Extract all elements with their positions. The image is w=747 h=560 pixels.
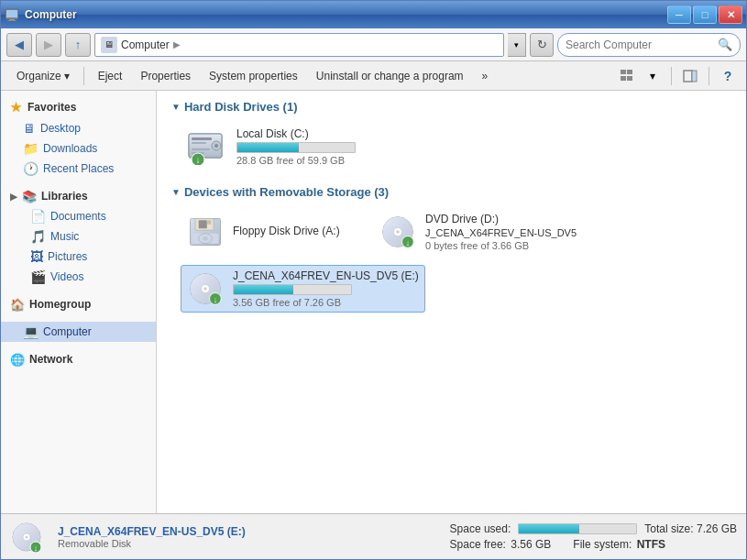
- refresh-button[interactable]: ↻: [530, 33, 554, 57]
- drive-e-bar-fill: [234, 285, 293, 294]
- status-progress-fill: [519, 524, 578, 533]
- path-arrow: ▶: [173, 39, 181, 49]
- svg-rect-14: [192, 137, 212, 140]
- sidebar-item-computer[interactable]: 💻 Computer: [1, 322, 156, 342]
- sidebar-item-downloads[interactable]: 📁 Downloads: [1, 138, 156, 159]
- downloads-icon: 📁: [23, 141, 38, 156]
- svg-rect-7: [627, 76, 632, 81]
- sidebar-item-music[interactable]: 🎵 Music: [1, 226, 156, 247]
- path-text: Computer: [121, 38, 170, 51]
- sidebar-item-recent[interactable]: 🕐 Recent Places: [1, 159, 156, 179]
- sidebar-item-pictures[interactable]: 🖼 Pictures: [1, 247, 156, 267]
- preview-pane-button[interactable]: [679, 65, 701, 87]
- uninstall-button[interactable]: Uninstall or change a program: [308, 65, 472, 87]
- search-input[interactable]: [566, 38, 714, 51]
- path-dropdown[interactable]: ▾: [508, 33, 526, 57]
- back-button[interactable]: ◀: [6, 33, 32, 57]
- address-path[interactable]: 🖥 Computer ▶: [94, 33, 504, 57]
- toolbar: Organize ▾ Eject Properties System prope…: [1, 61, 746, 91]
- floppy-icon: [187, 214, 224, 249]
- search-box[interactable]: 🔍: [557, 33, 741, 57]
- dvd-d-drive-info: DVD Drive (D:) J_CENA_X64FREV_EN-US_DV5 …: [425, 213, 577, 251]
- floppy-drive-info: Floppy Disk Drive (A:): [233, 225, 357, 239]
- toolbar-right: ▾ ?: [616, 65, 739, 87]
- svg-point-13: [214, 144, 218, 148]
- svg-text:↓: ↓: [34, 544, 38, 553]
- network-header[interactable]: 🌐 Network: [1, 349, 156, 369]
- computer-icon: 💻: [23, 324, 38, 339]
- eject-button[interactable]: Eject: [90, 65, 131, 87]
- music-icon: 🎵: [30, 229, 46, 244]
- drive-dvd-d[interactable]: ↓ DVD Drive (D:) J_CENA_X64FREV_EN-US_DV…: [373, 208, 583, 256]
- up-button[interactable]: ↑: [65, 33, 91, 57]
- svg-rect-24: [207, 220, 212, 225]
- sidebar-divider-2: [1, 287, 156, 294]
- local-disk-info: Local Disk (C:) 28.8 GB free of 59.9 GB: [236, 127, 357, 166]
- view-dropdown-button[interactable]: ▾: [642, 65, 664, 87]
- system-properties-button[interactable]: System properties: [201, 65, 306, 87]
- libraries-collapse: ▶: [10, 192, 17, 202]
- svg-rect-9: [692, 71, 697, 82]
- search-icon: 🔍: [718, 38, 732, 51]
- sidebar-item-documents[interactable]: 📄 Documents: [1, 206, 156, 226]
- local-disk-bar-bg: [236, 142, 356, 153]
- sidebar-item-videos[interactable]: 🎬 Videos: [1, 267, 156, 287]
- more-button[interactable]: »: [474, 65, 497, 87]
- drive-e-bar-bg: [233, 284, 352, 295]
- star-icon: ★: [10, 100, 22, 115]
- homegroup-header[interactable]: 🏠 Homegroup: [1, 294, 156, 314]
- dvd-d-icon: ↓: [379, 214, 416, 249]
- status-bar: ↓ J_CENA_X64FREV_EN-US_DV5 (E:) Removabl…: [1, 513, 746, 559]
- drive-floppy-a[interactable]: Floppy Disk Drive (A:): [181, 208, 364, 256]
- close-button[interactable]: ✕: [719, 5, 742, 24]
- status-details: Space used: Total size: 7.26 GB Space fr…: [450, 522, 737, 551]
- window: Computer ─ □ ✕ ◀ ▶ ↑ 🖥 Computer ▶ ▾ ↻ 🔍 …: [0, 0, 747, 560]
- svg-rect-15: [192, 142, 206, 144]
- toolbar-separator-1: [83, 67, 84, 85]
- svg-text:↓: ↓: [196, 155, 201, 165]
- svg-rect-5: [627, 70, 632, 74]
- title-bar: Computer ─ □ ✕: [1, 1, 746, 28]
- maximize-button[interactable]: □: [693, 5, 717, 24]
- hdd-collapse-arrow: ▼: [171, 102, 181, 112]
- file-area: ▼ Hard Disk Drives (1): [157, 91, 746, 513]
- libraries-icon: 📚: [22, 190, 37, 203]
- removable-section: ▼ Devices with Removable Storage (3): [171, 185, 731, 199]
- svg-rect-3: [7, 20, 16, 21]
- removable-drives-grid: Floppy Disk Drive (A:): [171, 208, 731, 313]
- removable-collapse-arrow: ▼: [171, 187, 181, 197]
- pictures-icon: 🖼: [30, 249, 43, 264]
- toolbar-separator-2: [671, 67, 672, 85]
- title-bar-buttons: ─ □ ✕: [667, 5, 742, 24]
- documents-icon: 📄: [30, 209, 46, 224]
- drive-e-info: J_CENA_X64FREV_EN-US_DV5 (E:) 3.56 GB fr…: [233, 269, 419, 308]
- minimize-button[interactable]: ─: [667, 5, 691, 24]
- sidebar-divider-3: [1, 314, 156, 322]
- svg-text:↓: ↓: [406, 238, 411, 247]
- sidebar-item-desktop[interactable]: 🖥 Desktop: [1, 118, 156, 138]
- svg-rect-1: [6, 10, 17, 17]
- window-title: Computer: [25, 8, 667, 21]
- help-button[interactable]: ?: [717, 65, 739, 87]
- toolbar-separator-3: [709, 67, 709, 85]
- organize-button[interactable]: Organize ▾: [8, 65, 78, 87]
- hdd-c-icon: ↓: [187, 128, 227, 165]
- libraries-header[interactable]: ▶ 📚 Libraries: [1, 186, 156, 206]
- svg-rect-23: [199, 220, 207, 228]
- svg-point-37: [203, 287, 207, 291]
- sidebar-divider-4: [1, 342, 156, 349]
- main-content: ★ Favorites 🖥 Desktop 📁 Downloads 🕐 Rece…: [1, 91, 746, 513]
- desktop-icon: 🖥: [23, 121, 36, 136]
- change-view-button[interactable]: [616, 65, 638, 87]
- favorites-header: ★ Favorites: [1, 96, 156, 118]
- svg-rect-6: [621, 76, 626, 81]
- properties-button[interactable]: Properties: [132, 65, 199, 87]
- svg-rect-4: [621, 70, 626, 74]
- svg-rect-16: [192, 148, 210, 150]
- drive-e[interactable]: ↓ J_CENA_X64FREV_EN-US_DV5 (E:) 3.56 GB …: [181, 265, 425, 313]
- status-space-used: Space used: Total size: 7.26 GB: [450, 522, 737, 535]
- drive-local-c[interactable]: ↓ Local Disk (C:) 28.8 GB free of 59.9 G…: [181, 123, 364, 170]
- svg-rect-8: [684, 71, 692, 82]
- forward-button[interactable]: ▶: [36, 33, 61, 57]
- sidebar: ★ Favorites 🖥 Desktop 📁 Downloads 🕐 Rece…: [1, 91, 157, 513]
